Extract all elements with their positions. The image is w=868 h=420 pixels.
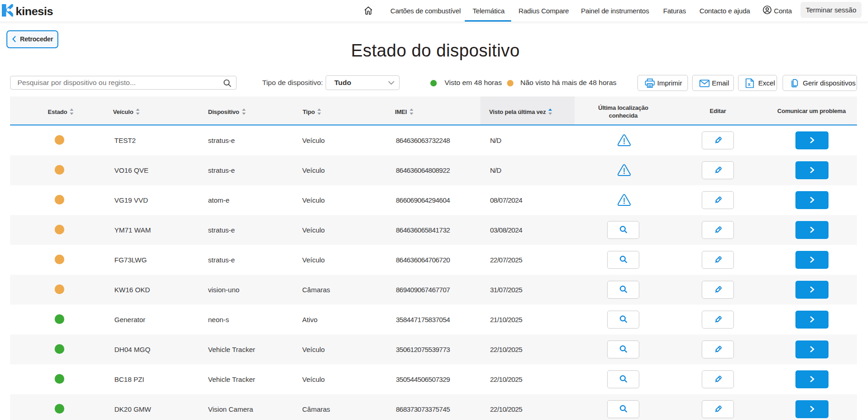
svg-text:kinesis: kinesis (16, 5, 53, 17)
svg-text:x: x (748, 82, 750, 87)
